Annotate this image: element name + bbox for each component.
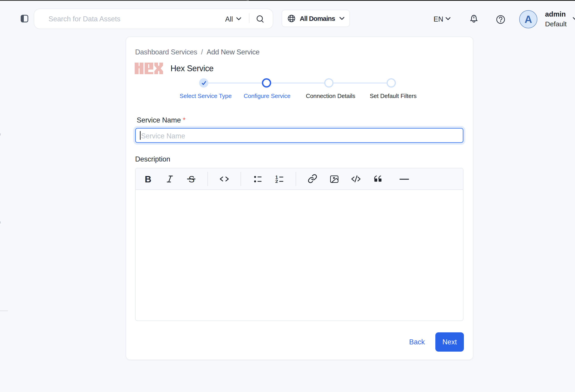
svg-text:2: 2: [275, 178, 278, 184]
